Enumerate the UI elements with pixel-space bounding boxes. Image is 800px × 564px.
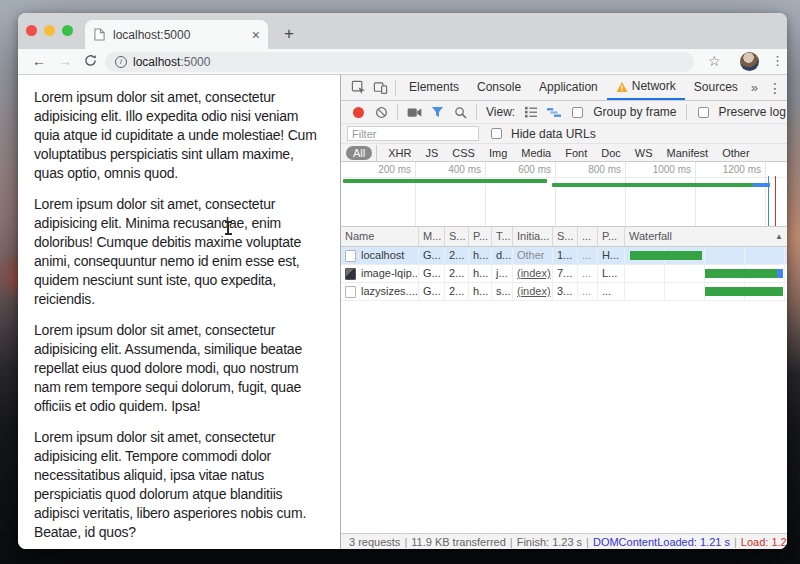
filter-type-ws[interactable]: WS <box>628 146 660 160</box>
profile-avatar[interactable] <box>740 52 759 71</box>
column-header-col2[interactable]: S... <box>445 227 469 246</box>
column-header-col5[interactable]: Initia... <box>513 227 553 246</box>
filter-type-js[interactable]: JS <box>418 146 445 160</box>
timeline-tick-label: 1200 ms <box>701 164 761 175</box>
browser-toolbar: ← → i localhost:5000 ☆ ⋮ <box>18 49 787 75</box>
network-request-row[interactable]: image-lqip...G...2...h...j...(index)7...… <box>341 265 787 283</box>
filter-type-other[interactable]: Other <box>715 146 757 160</box>
desktop-wallpaper: localhost:5000 × + ← → i localhost:5000 … <box>0 0 800 564</box>
network-table-body: localhostG...2...h...d...Other1......H..… <box>341 247 787 301</box>
status-separator: | <box>586 536 589 548</box>
address-bar[interactable]: i localhost:5000 <box>105 52 694 72</box>
browser-menu-icon[interactable]: ⋮ <box>771 53 784 68</box>
preserve-log-label: Preserve log <box>719 105 786 119</box>
panel-tab-console[interactable]: Console <box>468 75 530 100</box>
request-name: lazysizes.... <box>361 283 418 300</box>
tab-title: localhost:5000 <box>113 28 245 42</box>
page-file-icon <box>93 27 106 42</box>
network-filter-row: Hide data URLs <box>341 124 787 144</box>
show-overview-icon[interactable] <box>543 101 565 123</box>
clear-network-log-icon[interactable] <box>370 101 392 123</box>
column-header-name[interactable]: Name <box>341 227 419 246</box>
filter-type-xhr[interactable]: XHR <box>381 146 418 160</box>
device-toolbar-icon[interactable] <box>369 77 391 99</box>
panel-tab-label: Sources <box>694 75 738 100</box>
time-cell: ... <box>578 265 598 282</box>
preserve-log-checkbox[interactable] <box>698 107 709 118</box>
zoom-window-button[interactable] <box>62 25 73 36</box>
status-separator: | <box>510 536 513 548</box>
reload-button[interactable] <box>84 54 97 70</box>
network-request-row[interactable]: lazysizes....G...2...h...s...(index)3...… <box>341 283 787 301</box>
browser-tab[interactable]: localhost:5000 × <box>85 20 268 49</box>
request-name-cell[interactable]: localhost <box>341 247 419 264</box>
panel-tab-network[interactable]: Network <box>607 75 685 100</box>
timeline-gridline <box>415 162 416 226</box>
size-cell: 1... <box>553 247 578 264</box>
network-request-row[interactable]: localhostG...2...h...d...Other1......H..… <box>341 247 787 265</box>
status-separator: | <box>404 536 407 548</box>
dcl-event-line <box>768 176 769 226</box>
initiator-cell[interactable]: (index) <box>513 283 553 300</box>
status-segment: DOMContentLoaded: 1.21 s <box>593 536 730 548</box>
search-icon[interactable] <box>449 101 471 123</box>
url-text: localhost:5000 <box>133 55 210 69</box>
group-by-frame-checkbox[interactable] <box>572 107 583 118</box>
filter-type-media[interactable]: Media <box>514 146 558 160</box>
protocol-cell: h... <box>469 247 492 264</box>
status-segment: 11.9 KB transferred <box>411 536 506 548</box>
column-header-col7[interactable]: ... <box>578 227 598 246</box>
more-panels-chevron[interactable]: » <box>747 80 762 95</box>
sort-arrow-icon: ▲ <box>775 227 783 246</box>
column-header-col6[interactable]: S... <box>553 227 578 246</box>
column-header-col3[interactable]: P... <box>469 227 492 246</box>
lorem-paragraphs: Lorem ipsum dolor sit amet, consectetur … <box>34 88 326 549</box>
new-tab-button[interactable]: + <box>284 25 294 42</box>
panel-tab-application[interactable]: Application <box>530 75 607 100</box>
minimize-window-button[interactable] <box>44 25 55 36</box>
record-network-log-icon[interactable] <box>347 101 369 123</box>
request-name-cell[interactable]: image-lqip... <box>341 265 419 282</box>
url-port: :5000 <box>180 55 210 69</box>
filter-input[interactable] <box>347 126 479 141</box>
panel-tab-sources[interactable]: Sources <box>685 75 747 100</box>
waterfall-cell <box>625 283 787 300</box>
status-cell: 2... <box>445 265 469 282</box>
filter-type-doc[interactable]: Doc <box>594 146 628 160</box>
site-info-icon[interactable]: i <box>115 56 127 68</box>
inspect-element-icon[interactable] <box>347 77 369 99</box>
filter-icon[interactable] <box>426 101 448 123</box>
script-resource-icon <box>345 286 356 298</box>
method-cell: G... <box>419 283 445 300</box>
hide-data-urls-checkbox[interactable] <box>491 128 502 139</box>
priority-cell: H... <box>598 247 625 264</box>
column-header-col8[interactable]: P... <box>598 227 625 246</box>
devtools-tab-bar: ElementsConsoleApplicationNetworkSources… <box>341 75 787 101</box>
overview-request-bar <box>552 183 770 187</box>
capture-screenshots-icon[interactable] <box>403 101 425 123</box>
document-resource-icon <box>345 250 356 262</box>
close-window-button[interactable] <box>26 25 37 36</box>
filter-type-css[interactable]: CSS <box>445 146 482 160</box>
status-segment: 3 requests <box>349 536 400 548</box>
column-header-col4[interactable]: T... <box>492 227 513 246</box>
filter-type-font[interactable]: Font <box>558 146 594 160</box>
panel-tab-elements[interactable]: Elements <box>400 75 468 100</box>
status-segment: Finish: 1.23 s <box>517 536 582 548</box>
back-button[interactable]: ← <box>32 53 46 69</box>
devtools-menu-icon[interactable]: ⋮ <box>762 80 787 96</box>
tab-close-icon[interactable]: × <box>252 28 260 42</box>
filter-type-manifest[interactable]: Manifest <box>660 146 716 160</box>
bookmark-star-icon[interactable]: ☆ <box>708 53 721 69</box>
column-header-col1[interactable]: M... <box>419 227 445 246</box>
column-header-waterfall[interactable]: Waterfall▲ <box>625 227 787 246</box>
large-rows-view-icon[interactable] <box>520 101 542 123</box>
initiator-cell[interactable]: (index) <box>513 265 553 282</box>
filter-type-all[interactable]: All <box>346 146 372 160</box>
panel-tab-label: Application <box>539 75 598 100</box>
type-cell: s... <box>492 283 513 300</box>
filter-type-img[interactable]: Img <box>482 146 514 160</box>
forward-button[interactable]: → <box>58 53 72 69</box>
request-name-cell[interactable]: lazysizes.... <box>341 283 419 300</box>
network-overview[interactable]: 200 ms400 ms600 ms800 ms1000 ms1200 ms <box>341 162 787 227</box>
